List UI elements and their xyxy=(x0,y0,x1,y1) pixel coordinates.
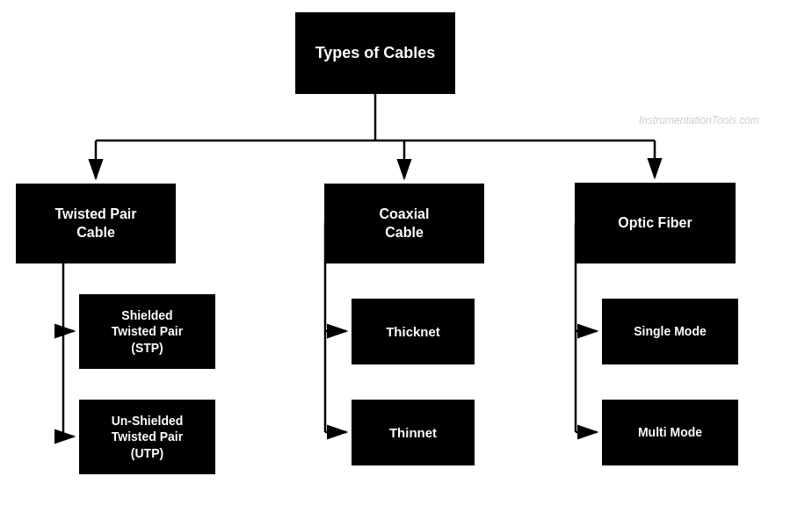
root-label: Types of Cables xyxy=(315,43,436,63)
multi-mode-box: Multi Mode xyxy=(602,400,738,465)
diagram: Types of Cables Twisted PairCable Coaxia… xyxy=(0,0,812,505)
twisted-box: Twisted PairCable xyxy=(16,184,176,263)
thinnet-box: Thinnet xyxy=(352,400,475,465)
coaxial-box: CoaxialCable xyxy=(324,184,484,263)
coaxial-label: CoaxialCable xyxy=(380,206,430,242)
optic-box: Optic Fiber xyxy=(575,183,736,263)
thicknet-label: Thicknet xyxy=(386,323,440,341)
stp-label: ShieldedTwisted Pair(STP) xyxy=(112,307,183,356)
watermark: InstrumentationTools.com xyxy=(639,114,759,126)
utp-box: Un-ShieldedTwisted Pair(UTP) xyxy=(79,400,215,474)
root-box: Types of Cables xyxy=(295,12,455,94)
multi-mode-label: Multi Mode xyxy=(638,424,702,440)
single-mode-label: Single Mode xyxy=(634,323,706,339)
twisted-label: Twisted PairCable xyxy=(54,206,136,242)
thinnet-label: Thinnet xyxy=(389,424,437,442)
stp-box: ShieldedTwisted Pair(STP) xyxy=(79,294,215,369)
optic-label: Optic Fiber xyxy=(618,214,692,233)
single-mode-box: Single Mode xyxy=(602,299,738,364)
thicknet-box: Thicknet xyxy=(352,299,475,364)
utp-label: Un-ShieldedTwisted Pair(UTP) xyxy=(112,413,184,461)
